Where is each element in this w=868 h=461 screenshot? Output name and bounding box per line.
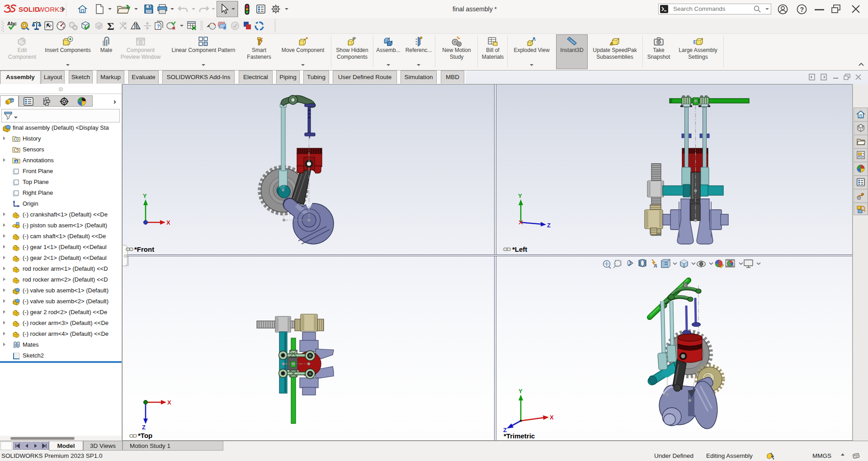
svg-text:X: X bbox=[550, 414, 554, 421]
svg-text:X: X bbox=[167, 399, 171, 406]
svg-text:WORKS: WORKS bbox=[38, 5, 64, 13]
svg-text:A: A bbox=[653, 263, 657, 268]
svg-text:A: A bbox=[15, 160, 18, 163]
svg-text:?: ? bbox=[157, 24, 160, 29]
svg-text:X: X bbox=[166, 219, 170, 226]
svg-text:Y: Y bbox=[519, 388, 523, 395]
svg-text:Y: Y bbox=[143, 193, 147, 199]
svg-text:Z: Z bbox=[547, 222, 551, 229]
svg-text:SOLID: SOLID bbox=[19, 5, 40, 13]
svg-text:Z: Z bbox=[142, 424, 146, 431]
svg-text:#: # bbox=[223, 25, 226, 31]
svg-text:?: ? bbox=[800, 6, 804, 13]
svg-text:Y: Y bbox=[518, 193, 522, 199]
svg-text:Abc: Abc bbox=[7, 21, 17, 26]
svg-text:!: ! bbox=[611, 42, 612, 45]
svg-text:Σ: Σ bbox=[107, 20, 114, 31]
